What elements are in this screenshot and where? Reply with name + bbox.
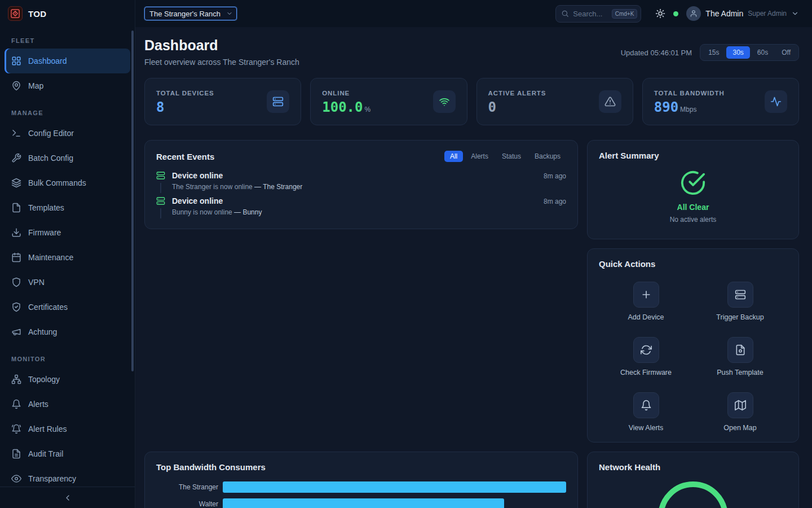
ranch-selector[interactable]: The Stranger's Ranch [144, 7, 237, 20]
sidebar-item-transparency[interactable]: Transparency [5, 466, 130, 487]
sidebar-item-label: Audit Trail [28, 449, 63, 458]
terminal-icon [11, 128, 21, 138]
nav-section-manage: Manage [5, 110, 130, 116]
filter-alerts[interactable]: Alerts [465, 151, 494, 162]
refresh-option-off[interactable]: Off [775, 46, 797, 59]
chevron-down-icon [226, 10, 233, 17]
sidebar-item-certificates[interactable]: Certificates [5, 295, 130, 319]
sun-icon[interactable] [655, 8, 665, 19]
search-input[interactable] [573, 10, 607, 18]
sidebar-item-bulk-commands[interactable]: Bulk Commands [5, 170, 130, 195]
app-name: TOD [28, 9, 46, 19]
user-menu[interactable]: The Admin Super Admin [686, 6, 799, 21]
event-title: Device online [172, 171, 223, 180]
search-shortcut-badge: Cmd+K [612, 9, 638, 19]
action-trigger-backup[interactable]: Trigger Backup [693, 282, 787, 321]
action-check-firmware[interactable]: Check Firmware [599, 337, 693, 376]
sidebar-item-label: Topology [28, 375, 60, 384]
stat-active-alerts: ACTIVE ALERTS 0 [476, 78, 633, 125]
file-badge-icon [735, 344, 746, 356]
refresh-option-15s[interactable]: 15s [702, 46, 725, 59]
sidebar-item-alert-rules[interactable]: Alert Rules [5, 417, 130, 441]
stat-total-bandwidth: TOTAL BANDWIDTH 890Mbps [642, 78, 799, 125]
action-open-map[interactable]: Open Map [693, 392, 787, 432]
map-pin-icon [11, 81, 21, 91]
sidebar-item-maintenance[interactable]: Maintenance [5, 245, 130, 270]
alert-triangle-icon [604, 96, 616, 107]
filter-status[interactable]: Status [496, 151, 527, 162]
wrench-icon [11, 153, 21, 163]
sidebar-item-alerts[interactable]: Alerts [5, 392, 130, 417]
event-description: The Stranger is now online [172, 183, 253, 191]
filter-backups[interactable]: Backups [529, 151, 566, 162]
event-device: — Bunny [234, 208, 262, 216]
status-dot [673, 11, 678, 16]
megaphone-icon [11, 327, 21, 337]
search-box[interactable]: Cmd+K [555, 5, 641, 23]
bell-ring-icon [11, 424, 21, 434]
sidebar-item-label: VPN [28, 278, 45, 287]
event-row[interactable]: Device online 8m ago The Stranger is now… [156, 171, 566, 193]
action-label: View Alerts [629, 424, 664, 432]
brand: TOD [0, 0, 135, 27]
page-subtitle: Fleet overview across The Stranger's Ran… [144, 58, 299, 67]
sidebar-item-firmware[interactable]: Firmware [5, 220, 130, 245]
shield-check-icon [11, 302, 21, 312]
stat-value: 890 [654, 99, 678, 115]
page-title: Dashboard [144, 37, 299, 54]
sidebar-nav: Fleet Dashboard Map Manage Config Editor… [0, 27, 135, 487]
quick-actions-title: Quick Actions [599, 259, 655, 269]
stat-online: ONLINE 100.0% [310, 78, 467, 125]
updated-timestamp: Updated 05:46:01 PM [621, 49, 692, 57]
nav-section-fleet: Fleet [5, 37, 130, 44]
event-row[interactable]: Device online 8m ago Bunny is now online… [156, 196, 566, 218]
server-icon [272, 96, 284, 107]
action-label: Trigger Backup [716, 313, 764, 321]
event-description: Bunny is now online [172, 208, 232, 216]
stat-total-devices: TOTAL DEVICES 8 [144, 78, 301, 125]
topbar-right: The Admin Super Admin [655, 6, 799, 21]
sidebar-item-label: Batch Config [28, 154, 73, 163]
user-role: Super Admin [748, 10, 787, 17]
sidebar-item-label: Maintenance [28, 253, 73, 262]
bandwidth-bar [223, 481, 566, 493]
stat-label: ONLINE [322, 90, 370, 97]
search-icon [561, 10, 569, 17]
nav-section-monitor: Monitor [5, 356, 130, 362]
event-time: 8m ago [544, 172, 566, 180]
network-icon [11, 374, 21, 384]
sidebar-item-audit-trail[interactable]: Audit Trail [5, 441, 130, 466]
sidebar-item-vpn[interactable]: VPN [5, 270, 130, 295]
action-add-device[interactable]: Add Device [599, 282, 693, 321]
server-icon [735, 289, 746, 300]
sidebar-item-config-editor[interactable]: Config Editor [5, 121, 130, 146]
sidebar-item-label: Config Editor [28, 129, 74, 138]
page-header: Dashboard Fleet overview across The Stra… [144, 37, 799, 67]
sidebar-item-achtung[interactable]: Achtung [5, 319, 130, 344]
topbar: The Stranger's Ranch Cmd+K The Admin Sup… [135, 0, 812, 27]
sidebar-item-batch-config[interactable]: Batch Config [5, 146, 130, 170]
sidebar-scrollbar[interactable] [131, 30, 134, 371]
action-push-template[interactable]: Push Template [693, 337, 787, 376]
recent-events-title: Recent Events [156, 152, 214, 161]
sidebar-item-dashboard[interactable]: Dashboard [5, 49, 130, 73]
action-view-alerts[interactable]: View Alerts [599, 392, 693, 432]
layers-icon [11, 178, 21, 188]
eye-icon [11, 474, 21, 484]
server-icon [156, 171, 165, 180]
user-name: The Admin [705, 9, 743, 18]
sidebar-item-label: Map [28, 81, 43, 90]
filter-all[interactable]: All [444, 151, 463, 162]
sidebar-item-map[interactable]: Map [5, 73, 130, 98]
content-grid: Recent Events All Alerts Status Backups [144, 140, 799, 508]
sidebar-collapse-button[interactable] [0, 487, 135, 508]
action-label: Push Template [717, 369, 763, 376]
sidebar-item-label: Alert Rules [28, 424, 67, 433]
sidebar-item-templates[interactable]: Templates [5, 195, 130, 220]
chevron-left-icon [63, 493, 72, 502]
action-label: Check Firmware [620, 369, 672, 376]
bandwidth-consumers-card: Top Bandwidth Consumers The Stranger Wal… [144, 452, 578, 508]
sidebar-item-topology[interactable]: Topology [5, 367, 130, 392]
refresh-option-60s[interactable]: 60s [751, 46, 774, 59]
refresh-option-30s[interactable]: 30s [726, 46, 749, 59]
